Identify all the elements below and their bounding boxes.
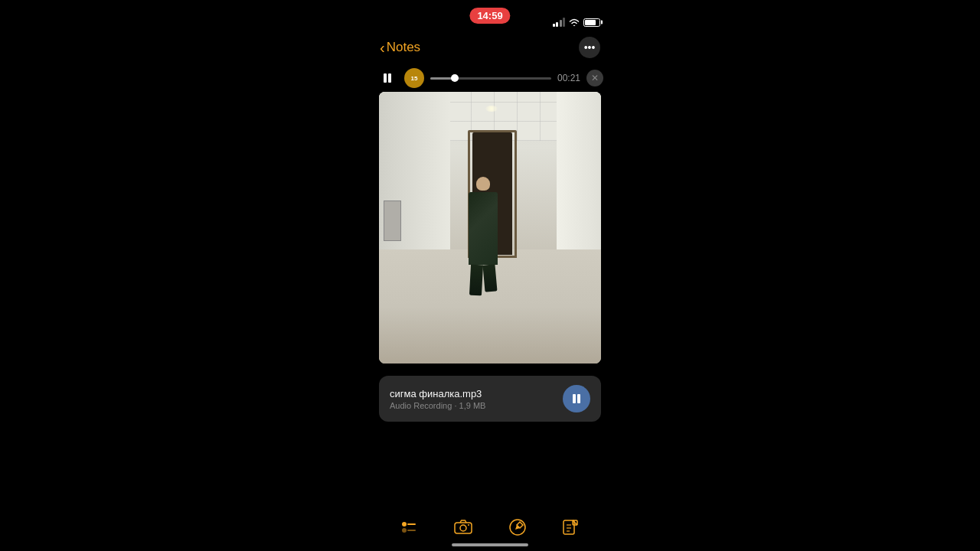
svg-rect-7 bbox=[407, 530, 416, 531]
skip-seconds-label: 15 bbox=[411, 75, 418, 82]
svg-rect-8 bbox=[455, 523, 472, 533]
svg-point-6 bbox=[402, 528, 407, 533]
more-button[interactable]: ••• bbox=[579, 37, 600, 58]
svg-point-10 bbox=[468, 524, 469, 526]
audio-attachment: сигма финалка.mp3 Audio Recording · 1,9 … bbox=[379, 376, 601, 422]
back-button[interactable]: ‹ Notes bbox=[380, 40, 420, 55]
status-bar: 14:59 bbox=[368, 0, 612, 34]
skip-15-button[interactable]: 15 bbox=[404, 68, 424, 88]
svg-rect-1 bbox=[388, 73, 391, 83]
markup-button[interactable] bbox=[509, 519, 526, 536]
nav-bar: ‹ Notes ••• bbox=[368, 34, 612, 64]
svg-rect-2 bbox=[573, 394, 576, 403]
status-time: 14:59 bbox=[469, 8, 510, 24]
svg-rect-0 bbox=[384, 73, 387, 83]
corridor-scene bbox=[379, 92, 601, 364]
svg-rect-5 bbox=[407, 523, 416, 525]
player-close-button[interactable]: ✕ bbox=[586, 70, 603, 86]
audio-filename: сигма финалка.mp3 bbox=[390, 388, 485, 399]
chevron-left-icon: ‹ bbox=[380, 40, 385, 55]
attachment-play-pause-button[interactable] bbox=[563, 385, 590, 412]
photo-image bbox=[379, 92, 601, 364]
status-icons bbox=[553, 18, 601, 27]
svg-point-9 bbox=[460, 525, 466, 531]
close-icon: ✕ bbox=[591, 73, 599, 83]
back-label: Notes bbox=[387, 40, 420, 55]
audio-size: 1,9 MB bbox=[459, 401, 486, 410]
player-pause-button[interactable] bbox=[377, 67, 398, 89]
more-icon: ••• bbox=[584, 41, 596, 54]
checklist-button[interactable] bbox=[401, 519, 418, 536]
audio-player-bar: 15 00:21 ✕ bbox=[368, 64, 612, 92]
battery-icon bbox=[583, 18, 600, 27]
compose-button[interactable] bbox=[562, 519, 579, 536]
svg-rect-3 bbox=[577, 394, 580, 403]
wifi-icon bbox=[569, 18, 580, 27]
camera-button[interactable] bbox=[454, 520, 472, 535]
progress-bar[interactable] bbox=[430, 77, 551, 80]
signal-icon bbox=[553, 18, 566, 27]
bottom-toolbar bbox=[368, 519, 612, 536]
progress-thumb bbox=[451, 74, 459, 82]
audio-meta: Audio Recording · 1,9 MB bbox=[390, 401, 485, 410]
person-figure bbox=[469, 192, 498, 295]
home-indicator bbox=[452, 543, 528, 546]
audio-info: сигма финалка.mp3 Audio Recording · 1,9 … bbox=[390, 388, 485, 410]
phone-screen: 14:59 ‹ Notes bbox=[368, 0, 612, 551]
svg-point-4 bbox=[402, 522, 407, 527]
time-display: 00:21 bbox=[557, 73, 580, 83]
audio-type: Audio Recording bbox=[390, 401, 452, 410]
